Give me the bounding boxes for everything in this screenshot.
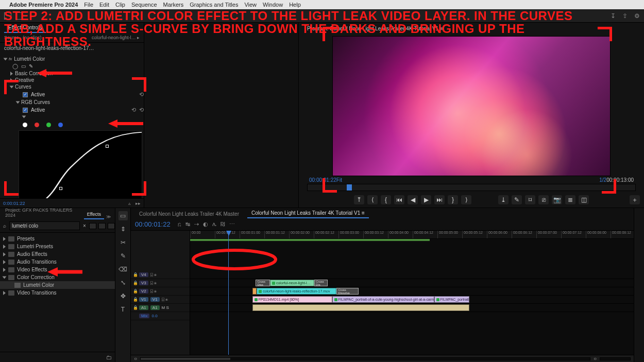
track-header[interactable]: Mix0.0 — [131, 312, 190, 320]
export-frame-button[interactable]: ⌑ — [525, 195, 535, 204]
menu-help[interactable]: Help — [289, 2, 301, 8]
track-header[interactable]: 🔒V3⌺ ◉ — [131, 279, 190, 287]
track-tag[interactable]: V3 — [139, 281, 148, 285]
track-headers[interactable]: 🔒V4⌺ ◉🔒V3⌺ ◉🔒V2⌺ ◉🔒V1V1⌺ ◉🔒A1A1M SMix0.0 — [131, 231, 190, 355]
effects-search-input[interactable] — [9, 221, 80, 230]
lift-button[interactable]: ⤓ — [498, 195, 509, 204]
program-scrub-bar[interactable] — [307, 184, 636, 191]
rgb-curve-graph[interactable] — [19, 130, 142, 198]
snapshot-button[interactable]: 📷 — [552, 195, 562, 204]
quick-export-icon[interactable]: ↧ — [611, 12, 616, 20]
tl-opt-7[interactable]: ⋯ — [229, 221, 235, 228]
row-curves[interactable]: Curves — [4, 83, 144, 90]
track-height-slider[interactable] — [600, 357, 631, 360]
clip[interactable]: FILMPAC_portrait-of-a-cute-young-highsch… — [332, 296, 434, 303]
step-forward-button[interactable]: ⏭ — [434, 195, 445, 204]
track-tag[interactable]: A1 — [150, 305, 160, 310]
ripple-tool[interactable]: ⌫ — [118, 265, 128, 274]
button-editor-button[interactable]: ＋ — [630, 195, 640, 204]
track-tag[interactable]: Mix — [139, 314, 149, 318]
chevron-down-icon[interactable] — [10, 85, 14, 88]
sequence-tab-master[interactable]: Colorful Neon Light Leaks Trailer 4K Mas… — [135, 210, 243, 218]
timeline-timecode[interactable]: 00:00:01:22 — [135, 220, 171, 228]
menu-edit[interactable]: Edit — [99, 2, 109, 8]
chevron-right-icon[interactable] — [10, 72, 13, 76]
menu-sequence[interactable]: Sequence — [131, 2, 157, 8]
play-button[interactable]: ▶ — [421, 195, 431, 204]
effects-tree-folder[interactable]: Color Correction — [0, 273, 115, 281]
row-lumetri-color[interactable]: fx Lumetri Color — [4, 56, 144, 62]
curve-point-highlight[interactable] — [106, 145, 109, 148]
step-back-button[interactable]: ⏮ — [394, 195, 404, 204]
curve-point-shadow[interactable] — [59, 187, 62, 190]
tab-program[interactable]: Program: Colorful Neon Light Leaks Trail… — [303, 24, 447, 33]
chevron-icon[interactable] — [3, 252, 6, 256]
source-patch[interactable]: A1 — [139, 305, 148, 310]
reset-icon[interactable]: ⟲ — [139, 107, 144, 113]
workspace-menu-icon[interactable]: ⚙ — [634, 12, 640, 20]
mask-ellipse-icon[interactable]: ◯ — [12, 63, 18, 69]
checkbox-icon[interactable]: ✓ — [23, 92, 28, 97]
chevron-icon[interactable] — [3, 276, 7, 279]
lock-icon[interactable]: 🔒 — [133, 289, 137, 294]
tl-opt-6[interactable]: ₪ — [221, 221, 225, 228]
track-header[interactable]: 🔒V1V1⌺ ◉ — [131, 296, 190, 304]
clip[interactable]: colorful-neon-light-leaks-reflection-17.… — [257, 288, 336, 295]
effects-tree-folder[interactable]: Video Transitions — [0, 289, 115, 297]
share-icon[interactable]: ⇪ — [622, 12, 628, 20]
effects-tree-folder[interactable]: Lumetri Presets — [0, 243, 115, 250]
chevron-down-icon[interactable] — [4, 58, 8, 60]
tl-opt-1[interactable]: ⎌ — [178, 221, 181, 228]
safe-margins-button[interactable]: ≣ — [565, 195, 575, 204]
track-toggles[interactable]: ⌺ ◉ — [150, 272, 157, 277]
track-tag[interactable]: V2 — [139, 289, 148, 294]
go-to-in-button[interactable]: { — [381, 195, 391, 204]
effects-tree[interactable]: PresetsLumetri PresetsAudio EffectsAudio… — [0, 233, 115, 352]
reset-icon[interactable]: ⟲ — [139, 91, 144, 98]
32bit-badge[interactable] — [98, 223, 106, 229]
row-basic-correction[interactable]: Basic Correction — [4, 70, 144, 77]
curve-channel-white[interactable] — [23, 123, 27, 127]
chevron-icon[interactable] — [3, 260, 6, 264]
program-viewport-image[interactable] — [332, 36, 611, 176]
rgb-curves-active-row[interactable]: ✓ Active ⟲ ⟲ — [4, 106, 144, 114]
tab-effects[interactable]: Effects — [84, 210, 104, 219]
mark-in-button[interactable]: ⟨ — [367, 195, 378, 204]
ec-icon-2[interactable]: ▸▸ — [135, 201, 141, 206]
tab-effect-controls[interactable]: Effect Controls — [4, 23, 46, 33]
track-toggles[interactable]: ⌺ ◉ — [150, 289, 157, 294]
accelerated-badge[interactable] — [89, 223, 96, 229]
track-tag[interactable]: V1 — [150, 297, 160, 302]
effects-tree-folder[interactable]: Presets — [0, 235, 115, 243]
lock-icon[interactable]: 🔒 — [133, 281, 137, 285]
hand-tool[interactable]: ✥ — [118, 291, 128, 301]
curve-channel-blue[interactable] — [58, 123, 63, 127]
pen-tool[interactable]: ✎ — [118, 251, 128, 261]
clip[interactable]: FILMPAC_portrait-of-a-you… — [434, 296, 470, 303]
track-toggles[interactable]: M S — [162, 305, 169, 310]
effects-tree-folder[interactable]: Audio Effects — [0, 250, 115, 258]
scroll-thumb[interactable] — [141, 358, 230, 360]
transition[interactable]: Cross Dissolve — [336, 288, 359, 295]
row-creative[interactable]: Creative — [4, 77, 144, 83]
track-toggles[interactable]: 0.0 — [151, 314, 157, 318]
chevron-icon[interactable] — [3, 291, 6, 295]
yuv-badge[interactable] — [108, 223, 115, 229]
clip[interactable] — [252, 304, 470, 311]
razor-tool[interactable]: ✂ — [118, 238, 128, 247]
comparison-view-button[interactable]: ⎚ — [538, 195, 549, 204]
work-area-bar[interactable] — [190, 239, 430, 241]
tl-opt-4[interactable]: ◐ — [203, 221, 208, 228]
chevron-icon[interactable] — [3, 268, 6, 272]
import-icon[interactable] — [15, 12, 23, 20]
clip[interactable] — [252, 288, 257, 295]
menu-graphics[interactable]: Graphics and Titles — [190, 2, 238, 8]
effects-tree-folder[interactable]: Video Effects — [0, 266, 115, 273]
tl-opt-2[interactable]: ↹ — [185, 221, 190, 228]
go-to-out-button[interactable]: } — [448, 195, 458, 204]
source-patch[interactable]: V1 — [139, 297, 148, 302]
proxy-toggle-button[interactable]: ◫ — [579, 195, 589, 204]
track-toggles[interactable]: ⌺ ◉ — [150, 281, 157, 285]
clip[interactable]: colorful-neon-light-l… — [270, 280, 314, 286]
menu-clip[interactable]: Clip — [115, 2, 125, 8]
